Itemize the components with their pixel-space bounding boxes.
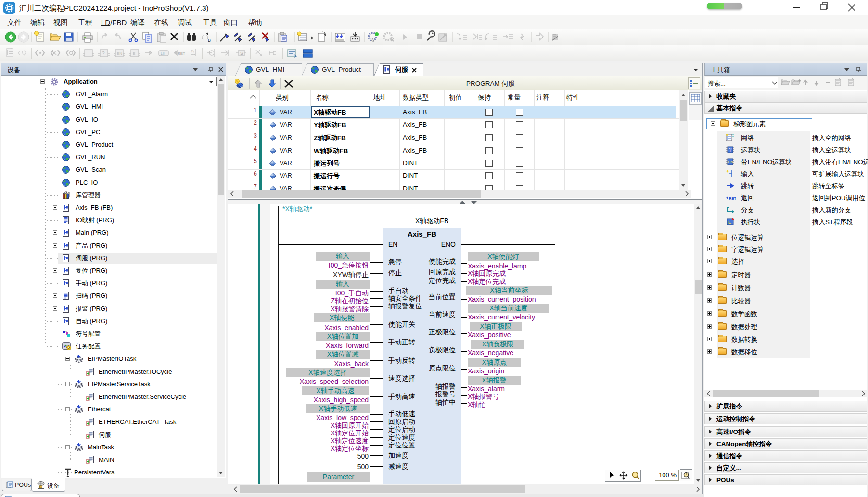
svg-text:EN: EN (728, 160, 733, 164)
svg-text:?: ? (102, 51, 105, 56)
svg-text:EN: EN (117, 51, 122, 56)
svg-text:E: E (133, 51, 135, 56)
svg-text:RET: RET (178, 51, 185, 56)
svg-text:?: ? (729, 147, 732, 153)
svg-text:RET: RET (729, 196, 736, 201)
svg-text:S: S (240, 51, 243, 56)
svg-text:LII: LII (161, 52, 165, 55)
svg-text:¾: ¾ (191, 49, 194, 53)
svg-text:E: E (728, 220, 731, 225)
svg-text:B: B (208, 38, 211, 43)
